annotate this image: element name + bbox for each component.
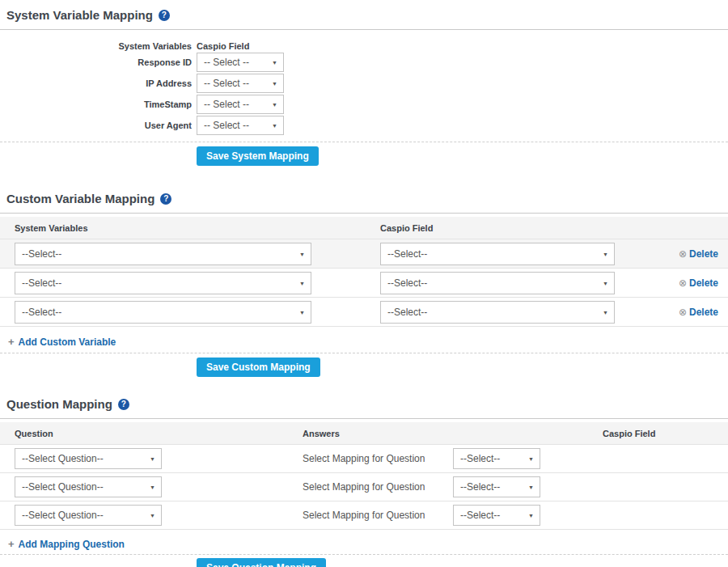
system-variables-column-header: System Variables [0, 41, 192, 51]
add-mapping-question-label: Add Mapping Question [19, 539, 125, 550]
dashed-divider [0, 142, 728, 142]
delete-row-link[interactable]: ⊗Delete [679, 277, 718, 289]
save-question-mapping-button[interactable]: Save Question Mapping [197, 558, 326, 567]
timestamp-select[interactable]: -- Select -- [197, 95, 284, 114]
help-icon[interactable]: ? [118, 399, 129, 410]
question-select[interactable]: --Select Question-- [15, 505, 162, 526]
question-select[interactable]: --Select Question-- [15, 476, 162, 497]
table-row: --Select Question-- Select Mapping for Q… [0, 444, 728, 472]
table-row: User Agent -- Select -- [0, 116, 728, 135]
table-row: --Select-- --Select-- ⊗Delete [0, 268, 728, 297]
section-divider [0, 213, 728, 214]
caspio-field-select[interactable]: --Select-- [380, 243, 615, 265]
table-row: IP Address -- Select -- [0, 74, 728, 93]
mapping-settings-page: System Variable Mapping ? System Variabl… [0, 0, 728, 567]
system-mapping-title: System Variable Mapping [6, 7, 153, 23]
plus-icon: + [8, 538, 15, 550]
add-mapping-question-link[interactable]: + Add Mapping Question [8, 538, 125, 550]
mapping-instruction-text: Select Mapping for Question [303, 481, 453, 493]
question-select[interactable]: --Select Question-- [15, 448, 162, 469]
caspio-field-column-header: Caspio Field [590, 429, 728, 438]
delete-link-label: Delete [689, 248, 718, 260]
ip-address-select[interactable]: -- Select -- [197, 74, 284, 93]
help-icon[interactable]: ? [160, 193, 171, 205]
response-id-label: Response ID [0, 57, 192, 67]
user-agent-label: User Agent [0, 121, 192, 130]
table-row: --Select Question-- Select Mapping for Q… [0, 472, 728, 501]
caspio-field-select[interactable]: --Select-- [380, 301, 615, 324]
system-variables-column-header: System Variables [0, 223, 380, 233]
question-column-header: Question [0, 429, 303, 438]
mapping-instruction-text: Select Mapping for Question [303, 510, 453, 521]
delete-row-link[interactable]: ⊗Delete [679, 248, 718, 260]
custom-variable-select[interactable]: --Select-- [15, 301, 311, 324]
caspio-field-column-header: Caspio Field [197, 41, 249, 51]
answer-mapping-select[interactable]: --Select-- [453, 476, 540, 497]
delete-row-link[interactable]: ⊗Delete [679, 307, 718, 318]
custom-variable-mapping-section: Custom Variable Mapping ? System Variabl… [0, 191, 728, 377]
add-custom-variable-link[interactable]: + Add Custom Variable [8, 336, 116, 348]
response-id-select[interactable]: -- Select -- [197, 53, 284, 72]
plus-icon: + [8, 336, 15, 348]
help-icon[interactable]: ? [159, 10, 170, 21]
save-custom-mapping-button[interactable]: Save Custom Mapping [197, 358, 320, 377]
custom-mapping-table: System Variables Caspio Field --Select--… [0, 217, 728, 327]
custom-mapping-title: Custom Variable Mapping [6, 191, 154, 206]
custom-variable-select[interactable]: --Select-- [15, 272, 311, 294]
table-row: TimeStamp -- Select -- [0, 95, 728, 114]
system-variable-mapping-section: System Variable Mapping ? System Variabl… [0, 0, 728, 166]
delete-link-label: Delete [689, 277, 718, 289]
table-row: --Select-- --Select-- ⊗Delete [0, 239, 728, 268]
mapping-instruction-text: Select Mapping for Question [303, 453, 453, 464]
user-agent-select[interactable]: -- Select -- [197, 116, 284, 135]
caspio-field-select[interactable]: --Select-- [380, 272, 615, 294]
delete-circle-icon: ⊗ [679, 307, 687, 318]
answers-column-header: Answers [303, 429, 590, 438]
dashed-divider [0, 554, 728, 555]
table-row: --Select Question-- Select Mapping for Q… [0, 501, 728, 529]
delete-circle-icon: ⊗ [679, 248, 687, 260]
system-mapping-header-row: System Variables Caspio Field [0, 41, 728, 51]
section-divider [0, 29, 728, 30]
save-system-mapping-button[interactable]: Save System Mapping [197, 146, 319, 166]
custom-mapping-header-row: System Variables Caspio Field [0, 217, 728, 239]
question-mapping-section: Question Mapping ? Question Answers Casp… [0, 396, 728, 567]
section-divider [0, 418, 728, 419]
custom-variable-select[interactable]: --Select-- [15, 243, 311, 265]
system-mapping-form: System Variables Caspio Field Response I… [0, 41, 728, 135]
table-row: Response ID -- Select -- [0, 53, 728, 72]
delete-circle-icon: ⊗ [679, 277, 687, 289]
add-custom-variable-label: Add Custom Variable [19, 336, 116, 348]
table-row: --Select-- --Select-- ⊗Delete [0, 297, 728, 326]
question-mapping-table: Question Answers Caspio Field --Select Q… [0, 422, 728, 530]
delete-link-label: Delete [689, 307, 718, 318]
caspio-field-column-header: Caspio Field [380, 223, 633, 233]
question-mapping-header-row: Question Answers Caspio Field [0, 422, 728, 444]
question-mapping-title: Question Mapping [6, 396, 112, 412]
dashed-divider [0, 353, 728, 353]
answer-mapping-select[interactable]: --Select-- [453, 448, 540, 469]
answer-mapping-select[interactable]: --Select-- [453, 505, 540, 526]
ip-address-label: IP Address [0, 78, 192, 88]
timestamp-label: TimeStamp [0, 99, 192, 109]
